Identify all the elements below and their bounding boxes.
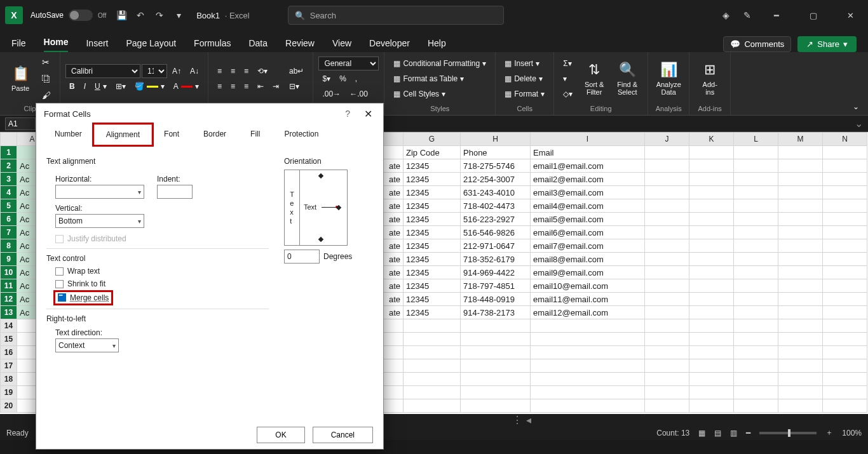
save-icon[interactable]: 💾 bbox=[116, 10, 126, 20]
bold-button[interactable]: B bbox=[65, 79, 79, 93]
percent-button[interactable]: % bbox=[336, 72, 350, 86]
zoom-slider[interactable] bbox=[759, 432, 817, 434]
italic-button[interactable]: I bbox=[80, 79, 90, 93]
tab-developer[interactable]: Developer bbox=[369, 38, 410, 52]
text-direction-combo[interactable]: Context▾ bbox=[55, 338, 119, 352]
section-rtl: Right-to-left bbox=[46, 314, 269, 323]
align-right-button[interactable]: ≡ bbox=[240, 79, 252, 93]
degrees-spinner[interactable]: 0 bbox=[284, 250, 320, 264]
fill-button[interactable]: ▾ bbox=[559, 72, 576, 86]
insert-cells-button[interactable]: ▦ Insert ▾ bbox=[501, 57, 548, 70]
zoom-level[interactable]: 100% bbox=[842, 429, 862, 437]
font-size-select[interactable]: 11 bbox=[142, 64, 167, 78]
share-button[interactable]: ↗ Share ▾ bbox=[797, 36, 857, 52]
align-top-button[interactable]: ≡ bbox=[214, 64, 226, 78]
autosum-button[interactable]: Σ▾ bbox=[559, 57, 576, 70]
increase-font-button[interactable]: A↑ bbox=[168, 64, 185, 78]
pen-icon[interactable]: ✎ bbox=[742, 10, 752, 20]
horizontal-combo[interactable]: ▾ bbox=[55, 185, 144, 199]
tab-alignment[interactable]: Alignment bbox=[94, 124, 152, 145]
tab-file[interactable]: File bbox=[11, 38, 26, 52]
formula-collapse-icon[interactable]: ⌄ bbox=[855, 117, 863, 130]
tab-home[interactable]: Home bbox=[44, 37, 69, 52]
align-middle-button[interactable]: ≡ bbox=[227, 64, 239, 78]
minimize-button[interactable]: ━ bbox=[764, 6, 789, 25]
view-page-layout-icon[interactable]: ▤ bbox=[714, 429, 721, 437]
tab-review[interactable]: Review bbox=[285, 38, 315, 52]
format-as-table-button[interactable]: ▦ Format as Table ▾ bbox=[390, 72, 490, 86]
toggle-switch[interactable] bbox=[69, 10, 93, 21]
cell-styles-button[interactable]: ▦ Cell Styles ▾ bbox=[390, 87, 490, 101]
redo-icon[interactable]: ↷ bbox=[154, 10, 165, 20]
align-bottom-button[interactable]: ≡ bbox=[240, 64, 252, 78]
fill-color-button[interactable]: 🪣▾ bbox=[131, 79, 168, 93]
dialog-close-button[interactable]: ✕ bbox=[360, 108, 376, 120]
close-button[interactable]: ✕ bbox=[837, 6, 863, 25]
vertical-combo[interactable]: Bottom▾ bbox=[55, 214, 144, 228]
name-box[interactable]: A1 bbox=[5, 117, 36, 130]
delete-cells-button[interactable]: ▦ Delete ▾ bbox=[501, 72, 548, 86]
tab-protection[interactable]: Protection bbox=[272, 124, 330, 144]
paste-button[interactable]: 📋Paste bbox=[5, 57, 36, 101]
wrap-text-button[interactable]: ab↵ bbox=[285, 64, 308, 78]
addins-button[interactable]: ⊞Add-ins bbox=[695, 57, 725, 101]
maximize-button[interactable]: ▢ bbox=[801, 6, 826, 25]
tab-data[interactable]: Data bbox=[248, 38, 268, 52]
dialog-help-button[interactable]: ? bbox=[345, 109, 350, 119]
decrease-decimal-button[interactable]: ←.00 bbox=[346, 87, 372, 101]
align-center-button[interactable]: ≡ bbox=[227, 79, 239, 93]
format-painter-button[interactable]: 🖌 bbox=[38, 88, 55, 103]
clear-button[interactable]: ◇▾ bbox=[559, 87, 576, 101]
underline-button[interactable]: U▾ bbox=[91, 79, 111, 93]
autosave-toggle[interactable]: AutoSave Off bbox=[31, 10, 106, 21]
zoom-out-button[interactable]: ━ bbox=[746, 429, 750, 437]
copy-button[interactable]: ⿻ bbox=[38, 71, 55, 86]
find-select-button[interactable]: 🔍Find & Select bbox=[612, 57, 642, 101]
label-indent: Indent: bbox=[157, 175, 193, 184]
comma-button[interactable]: , bbox=[351, 72, 361, 86]
tab-fill[interactable]: Fill bbox=[238, 124, 272, 144]
number-format-select[interactable]: General bbox=[318, 57, 379, 70]
orientation-button[interactable]: ⟲▾ bbox=[254, 64, 271, 78]
indent-spinner[interactable] bbox=[157, 185, 193, 199]
collapse-ribbon-button[interactable]: ⌄ bbox=[849, 100, 863, 114]
diamond-icon[interactable]: ◈ bbox=[721, 10, 731, 20]
tab-number[interactable]: Number bbox=[43, 124, 94, 144]
wrap-text-checkbox[interactable] bbox=[55, 267, 64, 276]
comments-button[interactable]: 💬 Comments bbox=[723, 36, 791, 52]
analyze-data-button[interactable]: 📊Analyze Data bbox=[653, 57, 684, 101]
undo-icon[interactable]: ↶ bbox=[135, 10, 146, 20]
tab-font[interactable]: Font bbox=[152, 124, 191, 144]
decrease-indent-button[interactable]: ⇤ bbox=[254, 79, 268, 93]
zoom-in-button[interactable]: ＋ bbox=[825, 427, 833, 438]
tab-page-layout[interactable]: Page Layout bbox=[126, 38, 176, 52]
cut-button[interactable]: ✂ bbox=[38, 55, 55, 70]
tab-help[interactable]: Help bbox=[428, 38, 446, 52]
conditional-formatting-button[interactable]: ▦ Conditional Formatting ▾ bbox=[390, 57, 490, 70]
increase-decimal-button[interactable]: .00→ bbox=[318, 87, 344, 101]
merge-center-button[interactable]: ⊟▾ bbox=[285, 79, 308, 93]
qat-dropdown-icon[interactable]: ▾ bbox=[173, 10, 184, 20]
ok-button[interactable]: OK bbox=[257, 427, 304, 443]
border-button[interactable]: ⊞▾ bbox=[112, 79, 130, 93]
tab-border[interactable]: Border bbox=[191, 124, 238, 144]
format-cells-button[interactable]: ▦ Format ▾ bbox=[501, 87, 548, 101]
merge-cells-checkbox[interactable] bbox=[58, 293, 66, 302]
view-page-break-icon[interactable]: ▥ bbox=[730, 429, 737, 437]
orientation-control[interactable]: Text Text bbox=[284, 170, 348, 246]
sort-filter-button[interactable]: ⇅Sort & Filter bbox=[579, 57, 609, 101]
decrease-font-button[interactable]: A↓ bbox=[186, 64, 203, 78]
tab-view[interactable]: View bbox=[332, 38, 351, 52]
align-left-button[interactable]: ≡ bbox=[214, 79, 226, 93]
currency-button[interactable]: $▾ bbox=[318, 72, 334, 86]
increase-indent-button[interactable]: ⇥ bbox=[269, 79, 283, 93]
font-name-select[interactable]: Calibri bbox=[65, 64, 140, 78]
view-normal-icon[interactable]: ▦ bbox=[698, 429, 705, 437]
tab-formulas[interactable]: Formulas bbox=[194, 38, 231, 52]
shrink-to-fit-checkbox[interactable] bbox=[55, 280, 64, 288]
cancel-button[interactable]: Cancel bbox=[313, 427, 373, 443]
font-color-button[interactable]: A▾ bbox=[170, 79, 203, 93]
orientation-vertical-text[interactable]: Text bbox=[285, 170, 300, 245]
tab-insert[interactable]: Insert bbox=[86, 38, 108, 52]
search-box[interactable]: 🔍 Search bbox=[288, 6, 504, 25]
